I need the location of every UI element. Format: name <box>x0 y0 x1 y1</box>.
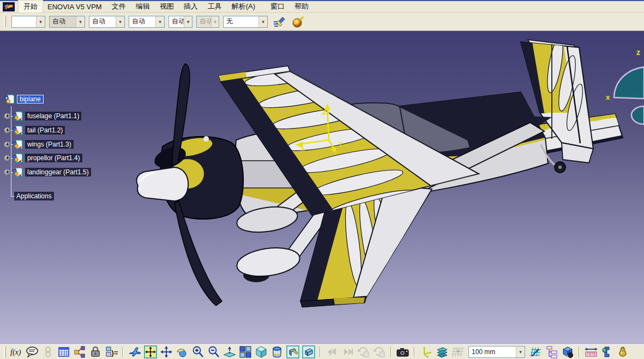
tree-node-root[interactable]: biplane <box>3 93 44 105</box>
menu-enovia[interactable]: ENOVIA V5 VPM <box>43 2 107 12</box>
chevron-down-icon[interactable]: ▾ <box>516 346 525 357</box>
viewport-3d[interactable]: z x Y z x biplane + <box>0 31 644 344</box>
grid-glyph <box>452 345 465 358</box>
zoom-out-glyph <box>207 345 220 358</box>
normal-view-icon[interactable] <box>222 345 237 358</box>
menu-file[interactable]: 文件 <box>107 1 131 13</box>
tree-node-landinggear[interactable]: + landinggear (Part1.5) <box>4 166 91 178</box>
chevron-down-icon: ▾ <box>211 16 219 27</box>
sim-next-icon <box>340 345 355 358</box>
painter-glyph <box>273 15 286 28</box>
shading-edges-icon[interactable] <box>285 345 300 358</box>
scale-combo[interactable]: 100 mm ▾ <box>468 346 525 358</box>
tree-label-propellor[interactable]: propellor (Part1.4) <box>25 154 82 162</box>
chevron-down-icon[interactable]: ▾ <box>184 16 192 27</box>
fly-mode-glyph <box>128 345 141 358</box>
measure-item-icon[interactable] <box>599 345 614 358</box>
measure-between-icon[interactable] <box>583 345 598 358</box>
tree-expand-icon[interactable]: + <box>4 127 10 133</box>
menu-view[interactable]: 视图 <box>155 1 179 13</box>
dependencies-icon[interactable] <box>72 345 87 358</box>
measure-item-glyph <box>600 345 613 358</box>
tree-label-landinggear[interactable]: landinggear (Part1.5) <box>25 168 91 177</box>
tree-node-applications[interactable]: Applications <box>14 190 54 202</box>
part-instance-icon <box>11 111 23 121</box>
menu-insert[interactable]: 插入 <box>179 1 203 13</box>
chevron-down-icon[interactable]: ▾ <box>155 16 164 27</box>
tree-expand-icon[interactable]: + <box>4 113 10 119</box>
tree-expand-icon[interactable]: + <box>4 142 10 148</box>
view-compass[interactable]: z x <box>605 46 644 128</box>
tree-expand-icon[interactable]: + <box>4 169 10 175</box>
fly-mode-icon[interactable] <box>127 345 142 358</box>
auto-combo-5: 自动 ▾ <box>196 16 219 28</box>
check-rules-icon[interactable]: }= <box>104 345 118 358</box>
menu-start[interactable]: 开始 <box>19 1 43 13</box>
auto-combo-1[interactable]: 自动 ▾ <box>49 16 85 28</box>
none-combo[interactable]: 无 ▾ <box>223 16 268 28</box>
pan-icon[interactable] <box>159 345 173 358</box>
chevron-down-icon[interactable]: ▾ <box>36 16 45 27</box>
snap-grid-icon[interactable] <box>528 345 543 358</box>
zoom-out-icon[interactable] <box>206 345 221 358</box>
tree-expand-icon[interactable]: + <box>4 155 10 161</box>
toolbar-drag-handle[interactable] <box>4 346 6 358</box>
dependencies-glyph <box>73 345 86 358</box>
model-spinner[interactable] <box>137 167 189 201</box>
menu-edit[interactable]: 编辑 <box>131 1 155 13</box>
iso-view-glyph <box>255 345 268 358</box>
toolbar-drag-handle[interactable] <box>4 16 6 27</box>
link-glyph <box>41 345 55 358</box>
auto-combo-3[interactable]: 自动 ▾ <box>129 16 165 28</box>
hide-show-icon[interactable] <box>269 345 284 358</box>
speech-annotation-icon[interactable] <box>25 345 39 358</box>
auto-combo-4[interactable]: 自动 ▾ <box>168 16 192 28</box>
tree-node-wings[interactable]: + wings (Part1.3) <box>4 138 74 150</box>
auto-combo-2[interactable]: 自动 ▾ <box>89 16 125 28</box>
material-wizard-glyph <box>292 15 305 28</box>
rotate-icon[interactable] <box>174 345 189 358</box>
menu-analyze[interactable]: 解析(A) <box>227 1 260 13</box>
axis-system-icon[interactable] <box>419 345 434 358</box>
design-table-icon[interactable] <box>56 345 71 358</box>
tree-label-biplane[interactable]: biplane <box>17 95 44 104</box>
quadrant-view-glyph <box>239 345 252 358</box>
lock-icon[interactable] <box>88 345 103 358</box>
chevron-down-icon[interactable]: ▾ <box>76 16 85 27</box>
tree-label-applications[interactable]: Applications <box>14 192 54 200</box>
iso-view-icon[interactable] <box>254 345 268 358</box>
structure-tree-icon[interactable] <box>544 345 559 358</box>
measure-inertia-icon[interactable] <box>615 345 630 358</box>
sim-previous-glyph <box>326 345 339 358</box>
menu-window[interactable]: 窗口 <box>266 1 290 13</box>
auto-combo-2-value: 自动 <box>92 17 105 26</box>
tree-node-propellor[interactable]: + propellor (Part1.4) <box>4 152 82 164</box>
tree-label-wings[interactable]: wings (Part1.3) <box>25 140 74 149</box>
chevron-down-icon[interactable]: ▾ <box>116 16 124 27</box>
tree-node-tail[interactable]: + tail (Part1.2) <box>4 124 65 136</box>
menu-tools[interactable]: 工具 <box>203 1 227 13</box>
quadrant-view-icon[interactable] <box>238 345 252 358</box>
tree-label-tail[interactable]: tail (Part1.2) <box>25 126 65 135</box>
camera-icon[interactable] <box>395 345 410 358</box>
tree-node-fuselage[interactable]: + fuselage (Part1.1) <box>4 110 81 122</box>
menu-help[interactable]: 帮助 <box>290 1 314 13</box>
painter-icon[interactable] <box>272 15 287 29</box>
menu-bar: 开始 ENOVIA V5 VPM 文件 编辑 视图 插入 工具 解析(A) 窗口… <box>0 0 644 13</box>
color-combo[interactable]: ▾ <box>11 16 45 28</box>
tree-label-fuselage[interactable]: fuselage (Part1.1) <box>25 112 81 120</box>
sim-replay-icon <box>356 345 371 358</box>
shading-icon[interactable] <box>301 345 316 358</box>
material-wizard-icon[interactable] <box>291 15 306 29</box>
shading-glyph <box>302 345 315 358</box>
toolbar-separator <box>579 346 580 357</box>
rotate-glyph <box>176 345 189 358</box>
formula-icon[interactable]: f(x) <box>9 345 23 358</box>
catia-app-icon[interactable] <box>3 2 15 11</box>
fit-all-in-icon[interactable] <box>143 345 158 358</box>
sim-next-glyph <box>341 345 354 358</box>
planes-icon[interactable] <box>435 345 449 358</box>
catalog-icon[interactable] <box>560 345 575 358</box>
chevron-down-icon[interactable]: ▾ <box>258 16 267 27</box>
zoom-in-icon[interactable] <box>190 345 205 358</box>
